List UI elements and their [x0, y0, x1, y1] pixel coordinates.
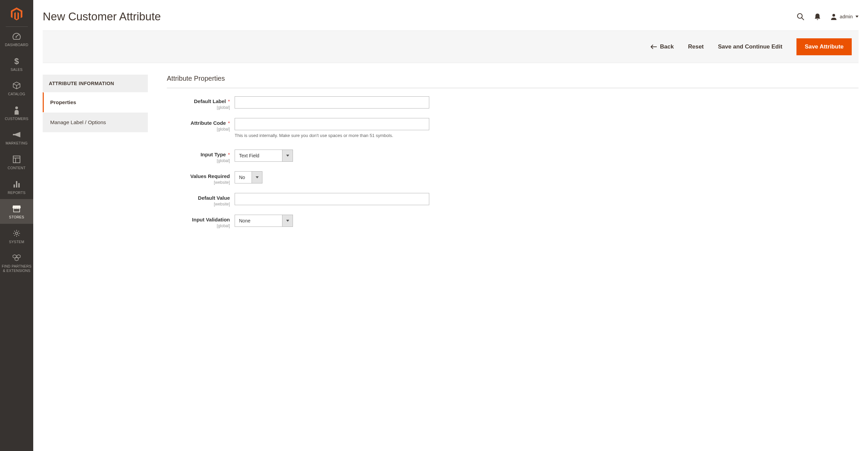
field-label: Input Validation: [192, 217, 230, 222]
field-input-validation: Input Validation [global] None: [167, 215, 859, 228]
nav-system[interactable]: SYSTEM: [0, 224, 33, 249]
nav-stores[interactable]: STORES: [0, 199, 33, 224]
required-marker: *: [228, 152, 230, 157]
select-toggle[interactable]: [282, 150, 293, 162]
megaphone-icon: [12, 130, 21, 139]
gear-icon: [13, 229, 20, 238]
nav-label: MARKETING: [5, 141, 27, 145]
svg-point-12: [832, 14, 835, 17]
nav-label: CUSTOMERS: [5, 117, 28, 121]
nav-dashboard[interactable]: DASHBOARD: [0, 27, 33, 52]
tab-manage-label-options[interactable]: Manage Label / Options: [43, 112, 148, 132]
nav-catalog[interactable]: CATALOG: [0, 76, 33, 101]
svg-rect-2: [13, 156, 20, 163]
user-icon: [830, 13, 837, 20]
tab-properties[interactable]: Properties: [43, 92, 148, 112]
field-scope: [global]: [167, 223, 230, 228]
field-scope: [website]: [167, 202, 230, 207]
save-attribute-button[interactable]: Save Attribute: [796, 38, 852, 55]
attribute-code-input[interactable]: [235, 118, 429, 130]
default-value-input[interactable]: [235, 193, 429, 205]
svg-rect-7: [18, 183, 20, 188]
nav-partners[interactable]: FIND PARTNERS & EXTENSIONS: [0, 248, 33, 277]
nav-marketing[interactable]: MARKETING: [0, 125, 33, 150]
section-title: Attribute Properties: [167, 75, 859, 88]
nav-customers[interactable]: CUSTOMERS: [0, 101, 33, 125]
field-label: Default Label: [194, 98, 226, 104]
nav-label: SYSTEM: [9, 240, 24, 244]
field-values-required: Values Required [website] No: [167, 171, 859, 185]
action-bar: Back Reset Save and Continue Edit Save A…: [43, 31, 859, 63]
nav-label: CATALOG: [8, 92, 25, 96]
field-label: Attribute Code: [191, 120, 226, 126]
svg-point-1: [15, 106, 18, 109]
required-marker: *: [228, 98, 230, 104]
svg-line-11: [802, 18, 804, 20]
nav-reports[interactable]: REPORTS: [0, 175, 33, 199]
select-value: None: [235, 215, 282, 227]
nav-label: STORES: [9, 215, 24, 219]
save-continue-label: Save and Continue Edit: [718, 43, 783, 50]
svg-rect-5: [14, 184, 15, 188]
field-label: Default Value: [198, 195, 230, 201]
dollar-icon: $: [14, 57, 19, 65]
admin-sidebar: DASHBOARD $ SALES CATALOG CUSTOMERS: [0, 0, 33, 451]
svg-text:$: $: [14, 57, 19, 65]
required-marker: *: [228, 120, 230, 126]
select-toggle[interactable]: [282, 215, 293, 227]
field-scope: [global]: [167, 105, 230, 110]
default-label-input[interactable]: [235, 96, 429, 109]
field-attribute-code: Attribute Code* [global] This is used in…: [167, 118, 859, 138]
select-toggle[interactable]: [252, 171, 262, 183]
save-continue-button[interactable]: Save and Continue Edit: [718, 43, 783, 50]
form-area: Attribute Properties Default Label* [glo…: [167, 75, 859, 236]
user-label: admin: [840, 14, 853, 19]
caret-down-icon: [286, 155, 289, 157]
input-validation-select[interactable]: None: [235, 215, 293, 227]
nav-sales[interactable]: $ SALES: [0, 52, 33, 76]
field-scope: [global]: [167, 158, 230, 163]
nav-label: FIND PARTNERS & EXTENSIONS: [1, 264, 32, 273]
search-icon: [796, 13, 805, 21]
field-input-type: Input Type* [global] Text Field: [167, 150, 859, 163]
select-value: No: [235, 171, 252, 183]
input-type-select[interactable]: Text Field: [235, 150, 293, 162]
nav-label: SALES: [11, 67, 22, 72]
svg-point-9: [16, 232, 18, 234]
svg-rect-6: [16, 181, 17, 188]
nav-content[interactable]: CONTENT: [0, 150, 33, 175]
store-icon: [12, 204, 21, 213]
nav-label: REPORTS: [8, 191, 26, 195]
gauge-icon: [12, 32, 21, 41]
caret-down-icon: [256, 176, 259, 178]
field-label: Values Required: [190, 173, 230, 179]
tabs-panel: ATTRIBUTE INFORMATION Properties Manage …: [43, 75, 148, 236]
field-default-value: Default Value [website]: [167, 193, 859, 207]
select-value: Text Field: [235, 150, 282, 162]
blocks-icon: [13, 253, 21, 262]
back-label: Back: [660, 43, 674, 50]
reset-label: Reset: [688, 43, 704, 50]
notifications-button[interactable]: [814, 13, 821, 20]
user-menu[interactable]: admin: [830, 13, 859, 20]
tabs-heading: ATTRIBUTE INFORMATION: [43, 75, 148, 92]
field-scope: [website]: [167, 180, 230, 185]
magento-logo[interactable]: [6, 0, 28, 27]
bar-chart-icon: [13, 180, 20, 189]
caret-down-icon: [286, 220, 289, 222]
svg-point-10: [797, 14, 802, 18]
person-icon: [14, 106, 19, 115]
page-title: New Customer Attribute: [43, 10, 161, 23]
field-default-label: Default Label* [global]: [167, 96, 859, 110]
page-header: New Customer Attribute admin: [43, 0, 859, 31]
back-button[interactable]: Back: [651, 43, 674, 50]
attribute-code-help: This is used internally. Make sure you d…: [235, 133, 479, 138]
reset-button[interactable]: Reset: [688, 43, 704, 50]
svg-rect-8: [14, 209, 20, 212]
values-required-select[interactable]: No: [235, 171, 262, 183]
nav-label: CONTENT: [8, 166, 26, 170]
field-scope: [global]: [167, 127, 230, 132]
nav-label: DASHBOARD: [5, 43, 28, 47]
search-button[interactable]: [796, 13, 805, 21]
arrow-left-icon: [651, 44, 657, 49]
